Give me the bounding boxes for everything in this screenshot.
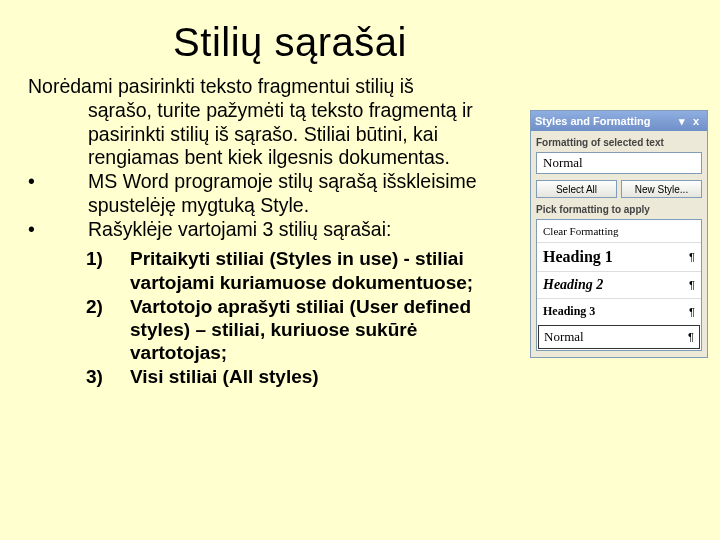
number-marker: 2) bbox=[86, 295, 130, 365]
style-item-label: Normal bbox=[544, 329, 584, 345]
numbered-item-2: 2) Vartotojo aprašyti stiliai (User defi… bbox=[86, 295, 510, 365]
style-item-clear[interactable]: Clear Formatting bbox=[537, 220, 701, 242]
style-item-label: Heading 3 bbox=[543, 304, 595, 319]
select-all-button[interactable]: Select All bbox=[536, 180, 617, 198]
bullet-text: Rašyklėje vartojami 3 stilių sąrašai: bbox=[88, 218, 510, 242]
label-pick-formatting: Pick formatting to apply bbox=[536, 204, 702, 215]
styles-pane: Styles and Formatting ▾ x Formatting of … bbox=[530, 110, 708, 358]
bullet-marker: • bbox=[28, 170, 88, 218]
main-text: Norėdami pasirinkti teksto fragmentui st… bbox=[0, 75, 520, 389]
style-item-normal[interactable]: Normal ¶ bbox=[538, 325, 700, 349]
styles-list: Clear Formatting Heading 1 ¶ Heading 2 ¶… bbox=[536, 219, 702, 351]
paragraph-lead: Norėdami pasirinkti teksto fragmentui st… bbox=[28, 75, 510, 170]
paragraph-icon: ¶ bbox=[689, 251, 695, 263]
lead-rest: sąrašo, turite pažymėti tą teksto fragme… bbox=[88, 99, 510, 170]
bullet-text: MS Word programoje stilų sąrašą išskleis… bbox=[88, 170, 510, 218]
number-marker: 1) bbox=[86, 247, 130, 293]
style-item-label: Clear Formatting bbox=[543, 225, 618, 237]
page-title: Stilių sąrašai bbox=[0, 0, 520, 75]
new-style-button[interactable]: New Style... bbox=[621, 180, 702, 198]
bullet-item-1: • MS Word programoje stilų sąrašą išskle… bbox=[28, 170, 510, 218]
numbered-text: Visi stiliai (All styles) bbox=[130, 365, 510, 388]
paragraph-icon: ¶ bbox=[689, 279, 695, 291]
current-style-value: Normal bbox=[543, 155, 583, 171]
lead-line: Norėdami pasirinkti teksto fragmentui st… bbox=[88, 75, 510, 99]
style-item-heading3[interactable]: Heading 3 ¶ bbox=[537, 298, 701, 324]
style-item-label: Heading 2 bbox=[543, 277, 603, 293]
bullet-item-2: • Rašyklėje vartojami 3 stilių sąrašai: bbox=[28, 218, 510, 242]
numbered-item-1: 1) Pritaikyti stiliai (Styles in use) - … bbox=[86, 247, 510, 293]
numbered-item-3: 3) Visi stiliai (All styles) bbox=[86, 365, 510, 388]
bullet-marker: • bbox=[28, 218, 88, 242]
close-icon[interactable]: x bbox=[689, 115, 703, 127]
paragraph-icon: ¶ bbox=[688, 331, 694, 343]
label-current-formatting: Formatting of selected text bbox=[536, 137, 702, 148]
numbered-text: Vartotojo aprašyti stiliai (User defined… bbox=[130, 295, 510, 365]
pane-titlebar: Styles and Formatting ▾ x bbox=[531, 111, 707, 131]
current-style-field[interactable]: Normal bbox=[536, 152, 702, 174]
pane-body: Formatting of selected text Normal Selec… bbox=[531, 131, 707, 357]
style-item-heading1[interactable]: Heading 1 ¶ bbox=[537, 242, 701, 271]
style-item-heading2[interactable]: Heading 2 ¶ bbox=[537, 271, 701, 298]
number-marker: 3) bbox=[86, 365, 130, 388]
button-row: Select All New Style... bbox=[536, 180, 702, 198]
numbered-list: 1) Pritaikyti stiliai (Styles in use) - … bbox=[86, 247, 510, 388]
numbered-text: Pritaikyti stiliai (Styles in use) - sti… bbox=[130, 247, 510, 293]
paragraph-icon: ¶ bbox=[689, 306, 695, 318]
style-item-label: Heading 1 bbox=[543, 248, 613, 266]
pane-title-text: Styles and Formatting bbox=[535, 115, 675, 127]
dropdown-icon[interactable]: ▾ bbox=[675, 115, 689, 128]
